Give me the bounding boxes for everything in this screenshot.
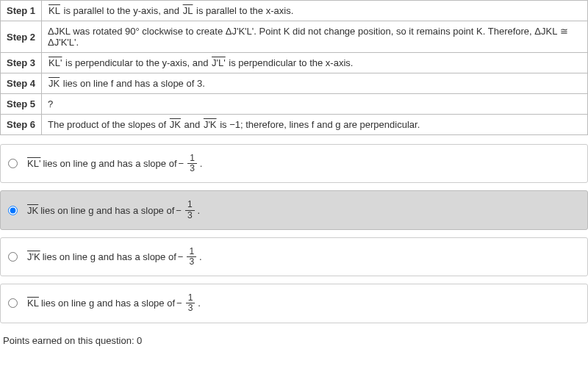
option-text: J'K lies on line g and has a slope of − … — [26, 247, 202, 267]
answer-option-d[interactable]: KL lies on line g and has a slope of − 1… — [0, 284, 588, 323]
step-label: Step 1 — [1, 1, 42, 21]
radio-input[interactable] — [8, 159, 18, 168]
segment-overline: JL — [182, 5, 194, 16]
segment-overline: J'K — [203, 119, 218, 130]
step-content: KL is parallel to the y-axis, and JL is … — [42, 1, 588, 21]
option-text: KL lies on line g and has a slope of − 1… — [26, 293, 201, 313]
step-content: ΔJKL was rotated 90° clockwise to create… — [42, 21, 588, 53]
options-container: KL' lies on line g and has a slope of − … — [0, 144, 588, 323]
table-row: Step 5 ? — [1, 94, 588, 115]
segment-overline: JK — [48, 78, 60, 89]
segment-overline: KL — [48, 5, 61, 16]
step-content: JK lies on line f and has a slope of 3. — [42, 73, 588, 94]
answer-option-c[interactable]: J'K lies on line g and has a slope of − … — [0, 237, 588, 276]
step-label: Step 5 — [1, 94, 42, 115]
step-content: ? — [42, 94, 588, 115]
table-row: Step 6 The product of the slopes of JK a… — [1, 115, 588, 135]
fraction: 1 3 — [186, 293, 196, 313]
table-row: Step 3 KL' is perpendicular to the y-axi… — [1, 53, 588, 73]
steps-table: Step 1 KL is parallel to the y-axis, and… — [0, 0, 588, 135]
step-label: Step 2 — [1, 21, 42, 53]
table-row: Step 4 JK lies on line f and has a slope… — [1, 73, 588, 94]
step-label: Step 4 — [1, 73, 42, 94]
fraction: 1 3 — [185, 200, 195, 220]
table-row: Step 2 ΔJKL was rotated 90° clockwise to… — [1, 21, 588, 53]
points-earned: Points earned on this question: 0 — [0, 331, 588, 350]
radio-input[interactable] — [8, 206, 18, 215]
segment-overline: KL' — [26, 158, 41, 169]
fraction: 1 3 — [187, 154, 197, 173]
answer-option-b[interactable]: JK lies on line g and has a slope of − 1… — [0, 190, 588, 229]
segment-overline: J'L' — [211, 57, 226, 68]
step-label: Step 3 — [1, 53, 42, 73]
fraction: 1 3 — [187, 247, 196, 267]
option-text: KL' lies on line g and has a slope of − … — [26, 154, 202, 173]
option-text: JK lies on line g and has a slope of − 1… — [26, 200, 200, 220]
segment-overline: JK — [26, 205, 39, 216]
step-content: KL' is perpendicular to the y-axis, and … — [42, 53, 588, 73]
step-content: The product of the slopes of JK and J'K … — [42, 115, 588, 135]
step-label: Step 6 — [1, 115, 42, 135]
segment-overline: J'K — [26, 251, 41, 262]
radio-input[interactable] — [8, 298, 18, 308]
radio-input[interactable] — [8, 252, 18, 262]
segment-overline: KL' — [48, 57, 62, 68]
table-row: Step 1 KL is parallel to the y-axis, and… — [1, 1, 588, 21]
answer-option-a[interactable]: KL' lies on line g and has a slope of − … — [0, 144, 588, 183]
segment-overline: JK — [169, 119, 182, 130]
segment-overline: KL — [26, 298, 40, 309]
